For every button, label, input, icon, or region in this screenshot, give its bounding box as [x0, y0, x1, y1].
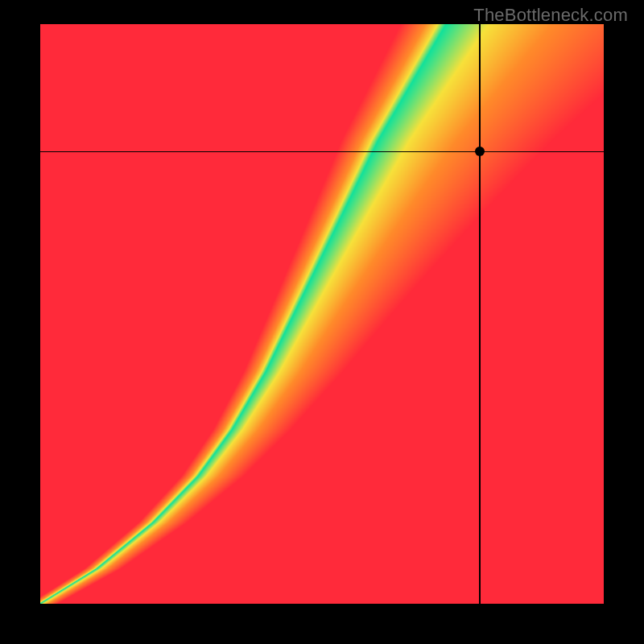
- marker-dot: [475, 147, 485, 156]
- watermark-text: TheBottleneck.com: [473, 5, 628, 26]
- crosshair-vertical: [479, 24, 481, 604]
- heatmap-canvas: [40, 24, 604, 604]
- heatmap-plot: [40, 24, 604, 604]
- crosshair-horizontal: [40, 151, 604, 153]
